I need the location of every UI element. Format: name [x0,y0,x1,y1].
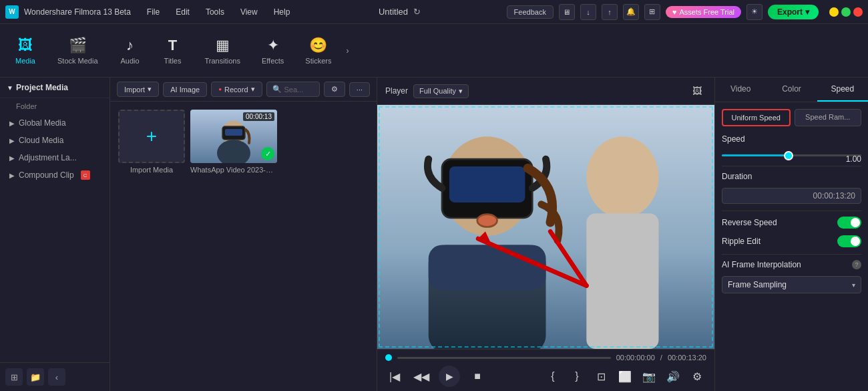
tool-media[interactable]: 🖼 Media [5,24,45,77]
minimize-button[interactable] [829,7,839,17]
snapshot-button[interactable]: 📷 [640,367,658,386]
right-panel: Video Color Speed Uniform Speed Speed Ra… [714,78,868,391]
play-button[interactable]: ▶ [439,366,460,387]
progress-bar: 00:00:00:00 / 00:00:13:20 [385,354,706,362]
tool-audio-label: Audio [120,57,139,65]
toolbar-more-button[interactable]: › [343,24,351,77]
svg-rect-10 [449,166,525,203]
menu-tools[interactable]: Tools [203,6,227,18]
panel-collapse-button[interactable]: ‹ [48,368,65,386]
playhead-dot[interactable] [385,354,392,361]
settings-button[interactable]: ⚙ [688,367,706,386]
tool-audio[interactable]: ♪ Audio [110,24,150,77]
more-options-button[interactable]: ··· [349,82,370,97]
menu-help[interactable]: Help [271,6,293,18]
progress-track[interactable] [397,357,611,359]
menu-file[interactable]: File [144,6,162,18]
volume-button[interactable]: 🔊 [664,367,682,386]
speed-track[interactable] [722,154,861,156]
assets-free-trial-button[interactable]: ♥ Assets Free Trial [666,6,741,18]
screenshot-icon[interactable]: 🖼 [688,82,706,100]
duration-value[interactable]: 00:00:13:20 [722,188,861,204]
preview-controls: 00:00:00:00 / 00:00:13:20 |◀ ◀◀ ▶ ■ { } … [377,349,714,391]
tool-stickers-label: Stickers [305,57,331,65]
video-frame [377,105,714,349]
duration-label: Duration [722,172,861,181]
mark-out-button[interactable]: } [568,367,586,386]
menu-edit[interactable]: Edit [173,6,192,18]
whatsapp-video-card[interactable]: 00:00:13 ✓ WhatsApp Video 2023-10-05... [190,110,277,174]
stickers-icon: 😊 [309,37,327,54]
svg-rect-3 [225,129,242,136]
tool-stock-media[interactable]: 🎬 Stock Media [48,24,107,77]
stop-button[interactable]: ■ [468,367,487,386]
record-button[interactable]: ● Record ▾ [211,82,262,97]
import-button[interactable]: Import ▾ [117,82,159,97]
uniform-speed-tab[interactable]: Uniform Speed [722,109,791,126]
left-panel: ▼ Project Media Folder ▶ Global Media ▶ … [0,78,110,391]
quality-selector[interactable]: Full Quality ▾ [413,84,469,98]
tool-transitions[interactable]: ▦ Transitions [196,24,250,77]
frame-sampling-dropdown[interactable]: Frame Sampling ▾ [722,276,861,293]
whatsapp-video-label: WhatsApp Video 2023-10-05... [190,166,277,174]
title-right: Feedback 🖥 ↓ ↑ 🔔 ⊞ ♥ Assets Free Trial ☀… [507,4,863,20]
fullscreen-button[interactable]: ⬜ [616,367,634,386]
adjustment-arrow: ▶ [9,154,15,162]
ai-image-button[interactable]: AI Image [163,82,207,97]
preview-panel: Player Full Quality ▾ 🖼 [377,78,714,391]
download-icon[interactable]: ↓ [580,4,596,20]
tab-speed[interactable]: Speed [817,78,868,102]
tool-titles[interactable]: T Titles [153,24,193,77]
apps-icon[interactable]: ⊞ [644,4,660,20]
ripple-edit-row: Ripple Edit [722,235,861,247]
reverse-speed-toggle[interactable] [837,217,861,229]
filter-button[interactable]: ⚙ [324,82,345,97]
feedback-button[interactable]: Feedback [507,5,554,19]
monitor-icon[interactable]: 🖥 [559,4,575,20]
right-content: Uniform Speed Speed Ram... Speed 1.00 Du… [715,102,868,391]
ripple-edit-toggle[interactable] [837,235,861,247]
bell-icon[interactable]: 🔔 [623,4,639,20]
cloud-media-item[interactable]: ▶ Cloud Media [0,132,110,149]
tab-video[interactable]: Video [715,78,766,102]
menu-bar: File Edit Tools View Help [144,6,293,18]
tool-stickers[interactable]: 😊 Stickers [296,24,341,77]
panel-collapse-icon[interactable]: ▼ [7,84,13,92]
title-bar: W Wondershare Filmora 13 Beta File Edit … [0,0,868,24]
mark-in-button[interactable]: { [544,367,562,386]
media-browser-toolbar: Import ▾ AI Image ● Record ▾ 🔍 Sea... ⚙ … [110,78,377,102]
main-toolbar: 🖼 Media 🎬 Stock Media ♪ Audio T Titles ▦… [0,24,868,78]
new-folder-button[interactable]: ⊞ [5,368,23,386]
theme-icon[interactable]: ☀ [746,4,763,20]
ripple-edit-label: Ripple Edit [722,237,837,246]
video-duration-badge: 00:00:13 [243,112,274,121]
frame-back-button[interactable]: ◀◀ [412,367,431,386]
speed-value: 1.00 [846,154,861,164]
preview-toolbar: Player Full Quality ▾ 🖼 [377,78,714,105]
import-folder-button[interactable]: 📁 [27,368,44,386]
import-thumb[interactable]: + [118,110,185,163]
maximize-button[interactable] [841,7,851,17]
search-icon: 🔍 [272,85,282,94]
adjustment-layer-item[interactable]: ▶ Adjustment La... [0,149,110,166]
close-button[interactable] [853,7,863,17]
tool-effects[interactable]: ✦ Effects [252,24,293,77]
extract-button[interactable]: ⊡ [592,367,610,386]
speed-thumb[interactable] [784,151,793,160]
global-media-item[interactable]: ▶ Global Media [0,114,110,132]
import-media-card[interactable]: + Import Media [118,110,185,174]
folder-item[interactable]: Folder [0,98,110,114]
menu-view[interactable]: View [238,6,260,18]
svg-point-6 [586,136,658,218]
share-icon[interactable]: ↑ [602,4,618,20]
playback-controls: |◀ ◀◀ ▶ ■ { } ⊡ ⬜ 📷 🔊 ⚙ [385,366,706,387]
compound-clip-item[interactable]: ▶ Compound Clip C [0,166,110,184]
import-plus-icon: + [146,126,157,147]
step-back-button[interactable]: |◀ [385,367,404,386]
search-input[interactable]: 🔍 Sea... [266,82,320,97]
tab-color[interactable]: Color [766,78,817,102]
speed-ramp-tab[interactable]: Speed Ram... [795,109,862,126]
export-button[interactable]: Export ▾ [768,5,819,19]
info-icon[interactable]: ? [852,260,861,269]
refresh-icon[interactable]: ↻ [413,7,421,17]
